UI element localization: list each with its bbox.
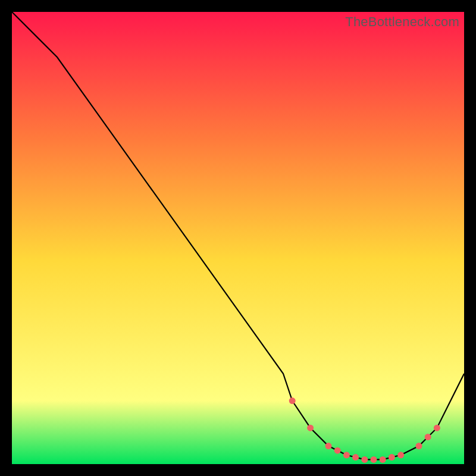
watermark-text: TheBottleneck.com <box>345 14 459 30</box>
marker-dot <box>380 456 386 463</box>
marker-dot <box>352 454 359 461</box>
chart-svg <box>12 12 464 464</box>
marker-dot <box>307 425 314 431</box>
marker-dot <box>425 434 431 440</box>
gradient-bg <box>12 12 464 464</box>
marker-dot <box>343 452 350 458</box>
marker-dot <box>325 443 332 449</box>
marker-dot <box>361 456 368 463</box>
chart-frame: TheBottleneck.com <box>12 12 464 464</box>
marker-dot <box>371 456 377 463</box>
marker-dot <box>289 397 296 404</box>
marker-dot <box>389 454 395 461</box>
marker-dot <box>334 447 341 454</box>
plot-area: TheBottleneck.com <box>12 12 464 464</box>
marker-dot <box>397 452 404 458</box>
marker-dot <box>416 443 422 449</box>
marker-dot <box>434 425 440 431</box>
